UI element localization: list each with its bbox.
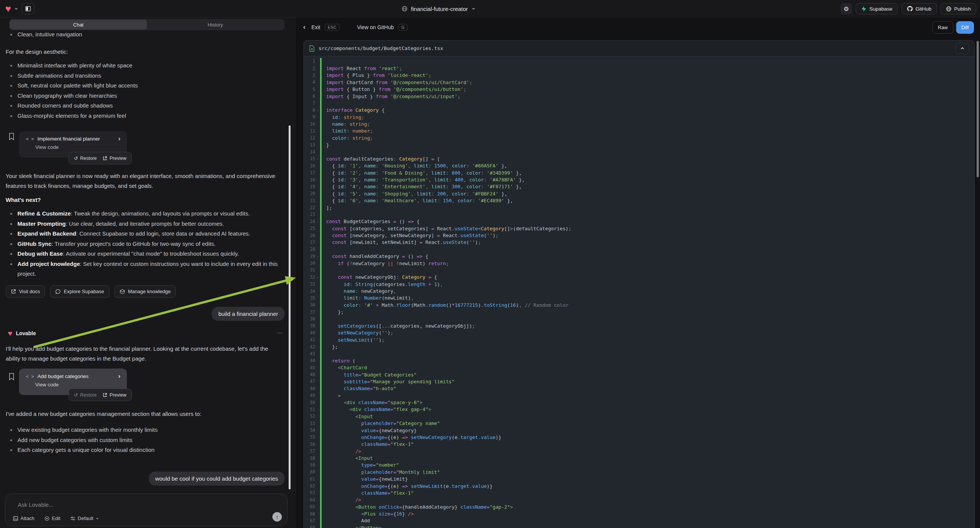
code-text: { id: '6', name: 'Healthcare', limit: 15… <box>321 198 513 204</box>
code-text: const [newCategory, setNewCategory] = Re… <box>321 232 498 238</box>
code-brackets-icon: < > <box>26 374 34 379</box>
restore-button[interactable]: ↺Restore <box>74 155 97 161</box>
message-menu-button[interactable]: ⋯ <box>277 329 283 336</box>
code-line: 60 placeholder="Monthly limit" <box>304 469 974 476</box>
model-selector[interactable]: Default <box>70 515 99 521</box>
code-line: 50 <div className="space-y-6"> <box>304 399 974 406</box>
chat-composer[interactable]: Ask Lovable... Attach Edit Default ↑ <box>5 493 288 526</box>
code-line: 1 <box>304 58 974 65</box>
publish-globe-icon <box>946 6 951 12</box>
line-number: 40 <box>304 330 315 336</box>
list-item: Rounded corners and subtle shadows <box>10 101 284 111</box>
line-number: 60 <box>304 469 315 475</box>
lovable-logo-icon[interactable]: ♥ <box>5 4 11 14</box>
project-switcher[interactable]: financial-future-creator <box>401 0 476 17</box>
diff-toggle-button[interactable]: Diff <box>956 21 974 34</box>
preview-button[interactable]: Preview <box>103 156 126 161</box>
exit-button[interactable]: Exit <box>312 24 320 30</box>
fold-chevron-icon[interactable]: ⌄ <box>315 108 320 112</box>
line-number: 23 <box>304 212 315 217</box>
file-header[interactable]: src/components/budget/BudgetCategories.t… <box>304 41 974 56</box>
restore-button[interactable]: ↺Restore <box>74 392 97 398</box>
code-brackets-icon: < > <box>26 136 34 142</box>
code-text: { id: '2', name: 'Food & Dining', limit:… <box>321 170 522 176</box>
fold-chevron-icon[interactable]: ⌄ <box>315 275 320 279</box>
manage-knowledge-button[interactable]: Manage knowledge <box>115 285 176 298</box>
code-line: 15⌄const defaultCategories: Category[] =… <box>304 155 974 162</box>
bookmark-icon[interactable] <box>8 373 15 381</box>
line-number: 66 <box>304 511 315 517</box>
line-number: 58 <box>304 456 315 461</box>
external-link-icon <box>103 156 107 161</box>
raw-toggle-button[interactable]: Raw <box>932 21 953 34</box>
chat-input[interactable]: Ask Lovable... <box>18 501 53 508</box>
code-line: 12 color: string; <box>304 134 974 141</box>
code-text: <Input <box>321 413 373 419</box>
chevron-right-icon <box>117 374 122 379</box>
image-icon <box>13 516 18 521</box>
visit-docs-button[interactable]: Visit docs <box>6 285 45 298</box>
view-code-link[interactable]: View code <box>19 379 127 388</box>
user-message-2: would be cool if you could add budget ca… <box>149 472 285 485</box>
list-item: Add project knowledge: Set key context o… <box>10 259 283 279</box>
collapse-file-button[interactable] <box>955 43 969 54</box>
restore-icon: ↺ <box>74 155 78 161</box>
preview-button[interactable]: Preview <box>103 393 126 398</box>
code-text: <ChartCard <box>321 365 367 371</box>
code-line: 48 className="h-auto" <box>304 385 974 392</box>
code-scrollbar[interactable] <box>977 41 979 177</box>
code-text: }; <box>321 309 344 315</box>
view-on-github-button[interactable]: View on GitHub <box>357 24 394 30</box>
user-message-1: build a financial planner <box>212 307 285 321</box>
chevron-left-icon[interactable] <box>302 25 307 30</box>
fold-chevron-icon[interactable]: ⌄ <box>315 254 320 258</box>
fold-chevron-icon[interactable]: ⌄ <box>315 157 320 161</box>
line-number: 21 <box>304 198 315 204</box>
code-editor[interactable]: 12import React from 'react';3import { Pl… <box>304 56 974 528</box>
line-number: 36 <box>304 302 315 308</box>
chevron-down-icon[interactable] <box>14 6 19 11</box>
fold-chevron-icon[interactable]: ⌄ <box>315 220 320 223</box>
project-title: financial-future-creator <box>411 6 468 12</box>
line-number: 67 <box>304 518 315 523</box>
list-item: Soft, neutral color palette with light b… <box>10 81 284 91</box>
line-number: 27 <box>304 240 315 245</box>
code-text: interface Category { <box>321 107 385 113</box>
code-text: subtitle="Manage your spending limits" <box>321 379 455 385</box>
send-button[interactable]: ↑ <box>272 512 282 522</box>
bookmark-icon[interactable] <box>8 132 15 140</box>
line-number: 13 <box>304 142 315 148</box>
code-line: 23 <box>304 211 974 218</box>
diff-added-bar <box>320 100 321 107</box>
code-text: onChange={(e) => setNewCategory(e.target… <box>321 434 501 440</box>
publish-button[interactable]: Publish <box>940 3 976 14</box>
view-code-link[interactable]: View code <box>19 142 127 150</box>
code-line: 20 { id: '5', name: 'Shopping', limit: 2… <box>304 190 974 197</box>
edit-mode-button[interactable]: Edit <box>45 515 60 521</box>
line-number: 53 <box>304 421 315 426</box>
tab-chat[interactable]: Chat <box>10 20 147 30</box>
toggle-sidebar-button[interactable] <box>22 3 35 14</box>
github-button[interactable]: GitHub <box>902 3 937 14</box>
quick-actions-row: Visit docs Explore Supabase Manage knowl… <box>6 285 176 298</box>
code-text: { id: '4', name: 'Entertainment', limit:… <box>321 184 522 189</box>
line-number: 26 <box>304 233 315 238</box>
line-number: 35 <box>304 296 315 301</box>
attach-button[interactable]: Attach <box>13 515 35 521</box>
line-number: 44 <box>304 358 315 363</box>
line-number: 68 <box>304 525 315 528</box>
chevron-right-icon <box>117 137 122 141</box>
explore-supabase-button[interactable]: Explore Supabase <box>50 285 109 298</box>
settings-button[interactable]: ⚙ <box>841 3 852 14</box>
code-line: 9 id: string; <box>304 114 974 121</box>
code-text: className="h-auto" <box>321 386 396 391</box>
list-item: Minimalist interface with plenty of whit… <box>10 60 284 71</box>
code-line: 53 placeholder="Category name" <box>304 420 974 427</box>
code-line: 3import { Plus } from 'lucide-react'; <box>304 72 974 79</box>
tab-history[interactable]: History <box>147 20 284 30</box>
chevron-down-icon <box>95 517 99 520</box>
code-text: className="flex-1" <box>321 490 414 496</box>
diff-added-bar <box>320 315 321 322</box>
supabase-button[interactable]: Supabase <box>856 3 898 14</box>
chat-scrollbar[interactable] <box>289 126 291 489</box>
